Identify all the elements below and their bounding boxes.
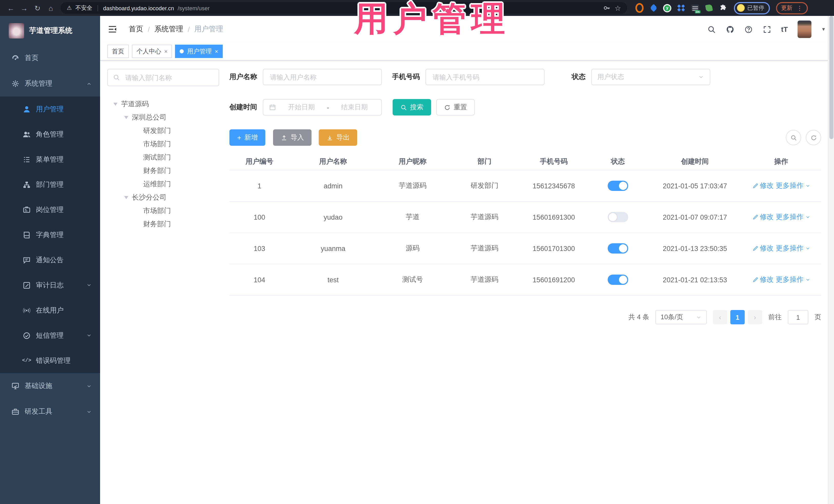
sidebar-item-dev-tools[interactable]: 研发工具 bbox=[0, 399, 100, 424]
sidebar-item-home[interactable]: 首页 bbox=[0, 45, 100, 71]
avatar-caret-down-icon[interactable]: ▼ bbox=[821, 27, 826, 32]
sidebar-toggle-icon[interactable] bbox=[107, 24, 117, 35]
tab-个人中心[interactable]: 个人中心× bbox=[132, 45, 172, 58]
security-label: 不安全 bbox=[75, 4, 92, 12]
font-size-icon[interactable]: tT bbox=[781, 25, 788, 34]
sidebar-item-user-mgmt[interactable]: 用户管理 bbox=[0, 96, 100, 122]
kebab-menu-icon[interactable]: ⋮ bbox=[796, 4, 803, 12]
tree-node[interactable]: 市场部门 bbox=[107, 204, 219, 218]
status-toggle[interactable] bbox=[608, 275, 628, 285]
user-avatar[interactable] bbox=[797, 21, 811, 38]
sidebar-item-label: 通知公告 bbox=[36, 255, 64, 265]
github-icon[interactable] bbox=[726, 25, 734, 34]
sidebar-item-dict-mgmt[interactable]: 字典管理 bbox=[0, 222, 100, 247]
goto-page-input[interactable] bbox=[788, 310, 808, 324]
tree-expand-caret-icon[interactable] bbox=[124, 196, 128, 199]
tree-expand-caret-icon[interactable] bbox=[113, 103, 117, 106]
close-icon[interactable]: × bbox=[215, 48, 218, 54]
extension-icon-orange-circle[interactable] bbox=[635, 4, 643, 12]
tree-node[interactable]: 运维部门 bbox=[107, 178, 219, 191]
tree-node[interactable]: 财务部门 bbox=[107, 218, 219, 231]
browser-reload-icon[interactable]: ↻ bbox=[32, 2, 43, 14]
department-search-box[interactable] bbox=[107, 69, 219, 86]
status-toggle[interactable] bbox=[608, 243, 628, 254]
key-icon[interactable] bbox=[603, 4, 611, 12]
sidebar-item-notice[interactable]: 通知公告 bbox=[0, 247, 100, 272]
tree-node[interactable]: 研发部门 bbox=[107, 124, 219, 137]
address-bar[interactable]: ⚠ 不安全 dashboard.yudao.iocoder.cn/system/… bbox=[61, 2, 627, 14]
tree-node[interactable]: 长沙分公司 bbox=[107, 191, 219, 204]
sidebar-item-online-users[interactable]: 在线用户 bbox=[0, 298, 100, 323]
more-actions-link[interactable]: 更多操作 bbox=[776, 213, 810, 222]
breadcrumb-item[interactable]: 系统管理 bbox=[154, 25, 183, 34]
sidebar-item-errcode-mgmt[interactable]: </>错误码管理 bbox=[0, 348, 100, 373]
sidebar-item-menu-mgmt[interactable]: 菜单管理 bbox=[0, 147, 100, 172]
browser-home-icon[interactable]: ⌂ bbox=[45, 2, 57, 14]
toggle-search-button[interactable] bbox=[786, 130, 801, 145]
browser-forward-icon[interactable]: → bbox=[19, 2, 30, 14]
sidebar-item-role-mgmt[interactable]: 角色管理 bbox=[0, 122, 100, 147]
more-actions-link[interactable]: 更多操作 bbox=[776, 244, 810, 253]
sidebar-item-system-mgmt[interactable]: 系统管理 bbox=[0, 71, 100, 96]
fullscreen-icon[interactable] bbox=[763, 25, 771, 34]
current-page-button[interactable]: 1 bbox=[730, 310, 745, 324]
tab-首页[interactable]: 首页 bbox=[107, 45, 129, 58]
prev-page-button[interactable]: ‹ bbox=[713, 310, 727, 324]
chevron-down-icon bbox=[86, 383, 92, 389]
browser-profile-chip[interactable]: 已暂停 bbox=[734, 2, 770, 14]
breadcrumb-item[interactable]: 首页 bbox=[129, 25, 143, 34]
tab-用户管理[interactable]: 用户管理× bbox=[175, 45, 223, 58]
search-button[interactable]: 搜索 bbox=[393, 99, 431, 115]
edit-action-link[interactable]: 修改 bbox=[752, 181, 774, 191]
status-toggle[interactable] bbox=[608, 181, 628, 191]
username-filter-input[interactable] bbox=[269, 73, 376, 81]
extension-icon-puzzle[interactable] bbox=[719, 4, 727, 12]
tree-node[interactable]: 财务部门 bbox=[107, 164, 219, 178]
sidebar-item-audit-log[interactable]: 审计日志 bbox=[0, 272, 100, 298]
header-search-icon[interactable] bbox=[707, 25, 716, 34]
reset-button[interactable]: 重置 bbox=[436, 99, 475, 115]
sidebar-item-sms-mgmt[interactable]: 短信管理 bbox=[0, 323, 100, 348]
close-icon[interactable]: × bbox=[164, 48, 168, 54]
add-button[interactable]: + 新增 bbox=[229, 129, 265, 146]
scrollbar-thumb[interactable] bbox=[829, 16, 833, 139]
tree-node[interactable]: 测试部门 bbox=[107, 151, 219, 164]
edit-action-link[interactable]: 修改 bbox=[752, 213, 774, 222]
department-search-input[interactable] bbox=[124, 73, 214, 82]
refresh-table-button[interactable] bbox=[806, 130, 821, 145]
next-page-button[interactable]: › bbox=[748, 310, 762, 324]
status-filter-select[interactable]: 用户状态 bbox=[591, 69, 710, 85]
tree-node[interactable]: 芋道源码 bbox=[107, 97, 219, 111]
status-toggle[interactable] bbox=[608, 212, 628, 222]
tree-expand-caret-icon[interactable] bbox=[124, 116, 128, 119]
column-header: 用户昵称 bbox=[377, 157, 448, 166]
cell-nickname: 芋道 bbox=[377, 213, 448, 222]
extension-icon-green-y[interactable]: y bbox=[663, 4, 671, 12]
mobile-filter-input[interactable] bbox=[432, 73, 539, 81]
more-actions-link[interactable]: 更多操作 bbox=[776, 275, 810, 284]
page-size-select[interactable]: 10条/页 bbox=[655, 310, 707, 324]
extension-icon-blue-grid[interactable] bbox=[677, 4, 685, 12]
sidebar-item-label: 审计日志 bbox=[36, 281, 64, 290]
date-range-picker[interactable]: 开始日期 - 结束日期 bbox=[263, 99, 382, 115]
extension-icon-blue-drop[interactable] bbox=[649, 4, 657, 12]
more-actions-link[interactable]: 更多操作 bbox=[776, 181, 810, 191]
export-button[interactable]: 导出 bbox=[319, 129, 357, 146]
extension-icon-list-on-badge[interactable]: on bbox=[691, 4, 699, 12]
sidebar-item-infrastructure[interactable]: 基础设施 bbox=[0, 373, 100, 399]
tree-node[interactable]: 市场部门 bbox=[107, 137, 219, 151]
browser-update-button[interactable]: 更新 ⋮ bbox=[776, 2, 808, 14]
bookmark-star-icon[interactable]: ☆ bbox=[615, 4, 621, 12]
edit-action-link[interactable]: 修改 bbox=[752, 244, 774, 253]
tree-node-label: 深圳总公司 bbox=[132, 113, 167, 122]
extension-icon-green-leaf[interactable] bbox=[705, 4, 713, 12]
sidebar-item-post-mgmt[interactable]: 岗位管理 bbox=[0, 197, 100, 222]
page-scrollbar[interactable] bbox=[828, 16, 834, 504]
help-icon[interactable] bbox=[744, 25, 753, 34]
import-button[interactable]: 导入 bbox=[273, 129, 311, 146]
browser-back-icon[interactable]: ← bbox=[5, 2, 17, 14]
edit-action-link[interactable]: 修改 bbox=[752, 275, 774, 284]
tree-node[interactable]: 深圳总公司 bbox=[107, 111, 219, 124]
sidebar-item-dept-mgmt[interactable]: 部门管理 bbox=[0, 172, 100, 197]
more-actions-label: 更多操作 bbox=[776, 275, 804, 284]
